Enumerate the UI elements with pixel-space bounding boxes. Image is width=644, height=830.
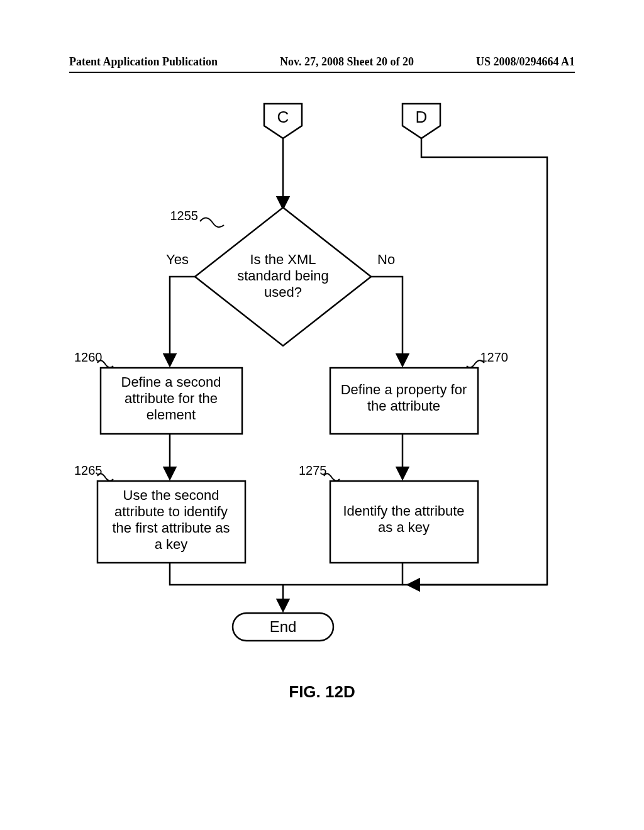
ref-1255: 1255 bbox=[170, 209, 199, 223]
header-left: Patent Application Publication bbox=[69, 55, 218, 69]
ref-1255-lead bbox=[200, 218, 224, 227]
box-1265: Use the second attribute to identify the… bbox=[97, 481, 245, 563]
ref-1275: 1275 bbox=[299, 463, 327, 477]
connector-c: C bbox=[264, 104, 302, 138]
header-right: US 2008/0294664 A1 bbox=[476, 55, 575, 69]
connector-d-label: D bbox=[416, 108, 428, 126]
figure-caption: FIG. 12D bbox=[0, 682, 644, 702]
flowchart: C D Is the XML standard being used? 1255… bbox=[0, 82, 644, 685]
svg-text:Use the second: Use the second bbox=[123, 487, 219, 503]
connector-d: D bbox=[402, 104, 440, 138]
header-rule bbox=[69, 72, 575, 73]
page-header: Patent Application Publication Nov. 27, … bbox=[69, 55, 575, 69]
svg-text:standard being: standard being bbox=[237, 268, 329, 284]
header-center: Nov. 27, 2008 Sheet 20 of 20 bbox=[280, 55, 414, 69]
svg-text:a key: a key bbox=[155, 536, 188, 552]
edge-yes bbox=[170, 277, 195, 365]
box-1260: Define a second attribute for the elemen… bbox=[101, 368, 242, 434]
svg-text:element: element bbox=[147, 407, 196, 423]
svg-text:the first attribute as: the first attribute as bbox=[112, 520, 230, 536]
box-1270: Define a property for the attribute bbox=[330, 368, 478, 434]
svg-text:Identify the attribute: Identify the attribute bbox=[343, 503, 464, 519]
svg-text:as a key: as a key bbox=[378, 519, 430, 535]
decision-yes: Yes bbox=[166, 252, 189, 267]
terminator-end: End bbox=[233, 613, 333, 641]
svg-text:End: End bbox=[270, 618, 297, 635]
svg-text:Is the XML: Is the XML bbox=[250, 252, 316, 267]
svg-text:the attribute: the attribute bbox=[367, 398, 440, 414]
edge-1265-merge bbox=[170, 563, 283, 585]
edge-d-merge bbox=[402, 566, 547, 585]
patent-page: Patent Application Publication Nov. 27, … bbox=[0, 0, 644, 830]
decision-xml: Is the XML standard being used? bbox=[195, 208, 371, 346]
svg-text:attribute to identify: attribute to identify bbox=[114, 504, 228, 519]
svg-text:attribute for the: attribute for the bbox=[125, 390, 218, 406]
edge-no bbox=[371, 277, 402, 365]
edge-1275-merge bbox=[283, 563, 402, 585]
box-1275: Identify the attribute as a key bbox=[330, 481, 478, 563]
connector-c-label: C bbox=[277, 108, 289, 126]
svg-text:Define a property for: Define a property for bbox=[341, 382, 467, 397]
svg-text:Define a second: Define a second bbox=[121, 374, 221, 390]
ref-1270: 1270 bbox=[480, 350, 509, 364]
decision-no: No bbox=[377, 252, 395, 267]
svg-text:used?: used? bbox=[264, 284, 302, 300]
